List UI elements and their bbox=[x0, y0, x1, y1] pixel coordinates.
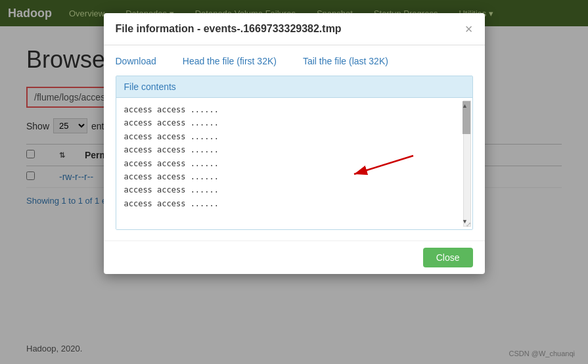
file-contents-body[interactable]: access access ...... access access .....… bbox=[116, 98, 472, 229]
file-line-2: access access ...... bbox=[124, 116, 464, 129]
file-line-3: access access ...... bbox=[124, 130, 464, 143]
file-line-7: access access ...... bbox=[124, 183, 464, 196]
close-button[interactable]: Close bbox=[423, 248, 473, 267]
file-line-5: access access ...... bbox=[124, 157, 464, 170]
scrollbar-track[interactable]: ▲ ▼ bbox=[463, 101, 471, 227]
modal-close-icon[interactable]: × bbox=[465, 22, 473, 35]
scroll-up-arrow[interactable]: ▲ bbox=[461, 102, 469, 109]
file-line-1: access access ...... bbox=[124, 103, 464, 116]
modal-title: File information - events-.1669733329382… bbox=[116, 23, 342, 35]
modal-footer: Close bbox=[104, 240, 485, 274]
file-info-modal: File information - events-.1669733329382… bbox=[104, 13, 485, 274]
modal-body: Download Head the file (first 32K) Tail … bbox=[104, 45, 485, 240]
file-contents-box: File contents access access ...... acces… bbox=[116, 76, 473, 230]
file-line-6: access access ...... bbox=[124, 170, 464, 183]
file-line-8: access access ...... bbox=[124, 197, 464, 210]
file-line-4: access access ...... bbox=[124, 143, 464, 156]
modal-header: File information - events-.1669733329382… bbox=[104, 13, 485, 45]
modal-overlay: File information - events-.1669733329382… bbox=[0, 0, 588, 364]
tail-file-link[interactable]: Tail the file (last 32K) bbox=[303, 56, 388, 66]
resize-handle[interactable]: ⤢ bbox=[466, 221, 471, 228]
file-contents-header: File contents bbox=[116, 76, 472, 98]
download-link[interactable]: Download bbox=[116, 56, 156, 66]
head-file-link[interactable]: Head the file (first 32K) bbox=[183, 56, 277, 66]
modal-links: Download Head the file (first 32K) Tail … bbox=[116, 56, 473, 66]
